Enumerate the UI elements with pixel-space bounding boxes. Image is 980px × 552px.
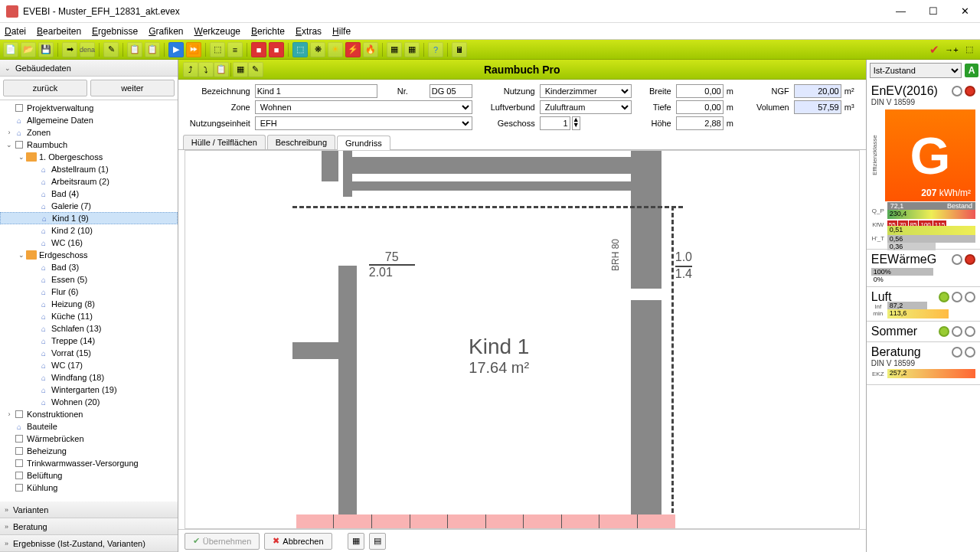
- calc-icon[interactable]: 🖩: [452, 42, 467, 57]
- doc2-icon[interactable]: 📋: [145, 42, 160, 57]
- grid1-icon[interactable]: ▦: [387, 42, 402, 57]
- nr-input[interactable]: [430, 84, 472, 98]
- maximize-button[interactable]: ☐: [924, 5, 942, 17]
- close-button[interactable]: ✕: [956, 5, 974, 17]
- play-icon[interactable]: ▶: [168, 42, 184, 57]
- export-icon[interactable]: ➡: [62, 42, 77, 57]
- tree-item[interactable]: ⌂Heizung (8): [0, 298, 178, 310]
- tree-item[interactable]: ⌂Wintergarten (19): [0, 384, 178, 396]
- cyan-icon[interactable]: ⬚: [292, 42, 308, 57]
- grid2-icon[interactable]: ▦: [404, 42, 420, 57]
- tree-item[interactable]: ⌂Vorrat (15): [0, 347, 178, 359]
- new-icon[interactable]: 📄: [3, 42, 18, 57]
- doc1-icon[interactable]: 📋: [127, 42, 142, 57]
- sidebar-header[interactable]: ⌄Gebäudedaten: [0, 60, 178, 77]
- bolt-icon[interactable]: ⚡: [345, 42, 361, 57]
- tree-item[interactable]: ›Konstruktionen: [0, 408, 178, 420]
- tree-item[interactable]: ›⌂Zonen: [0, 126, 178, 139]
- fan-icon[interactable]: ❋: [310, 42, 325, 57]
- view1-icon[interactable]: ▦: [348, 533, 364, 550]
- wand-icon[interactable]: ✎: [103, 42, 119, 57]
- nutzungseinheit-select[interactable]: EFH: [255, 116, 472, 130]
- sun-icon[interactable]: ☀: [328, 42, 343, 57]
- minimize-button[interactable]: —: [891, 5, 910, 17]
- tree-item[interactable]: ⌂WC (17): [0, 359, 178, 371]
- tree-item[interactable]: ⌂Arbeitsraum (2): [0, 175, 178, 188]
- sidebar-varianten[interactable]: »Varianten: [0, 501, 178, 518]
- menu-datei[interactable]: Datei: [5, 26, 26, 37]
- menu-ergebnisse[interactable]: Ergebnisse: [92, 26, 138, 37]
- menu-berichte[interactable]: Berichte: [251, 26, 285, 37]
- tree-item[interactable]: Trinkwarmwasser-Versorgung: [0, 457, 178, 469]
- tree-item[interactable]: ⌂WC (16): [0, 237, 178, 249]
- red2-icon[interactable]: ■: [269, 42, 284, 57]
- tree-item[interactable]: ⌂Küche (11): [0, 310, 178, 322]
- breite-input[interactable]: [676, 84, 724, 98]
- tree-item[interactable]: ⌂Flur (6): [0, 286, 178, 298]
- nav-forward-button[interactable]: weiter: [90, 80, 175, 96]
- tree-item[interactable]: Belüftung: [0, 469, 178, 482]
- dena-icon[interactable]: dena: [80, 42, 95, 57]
- menu-extras[interactable]: Extras: [296, 26, 322, 37]
- tree-item[interactable]: ⌄1. Obergeschoss: [0, 151, 178, 163]
- nav-back-button[interactable]: zurück: [3, 80, 87, 96]
- ctr-tool1-icon[interactable]: ⤴: [183, 62, 198, 77]
- ctr-pencil-icon[interactable]: ✎: [248, 62, 263, 77]
- fire-icon[interactable]: 🔥: [363, 42, 378, 57]
- zone-select[interactable]: Wohnen: [255, 100, 472, 114]
- abbrechen-button[interactable]: ✖Abbrechen: [264, 533, 332, 550]
- floorplan-canvas[interactable]: 75 2.01 BRH 80 1.0 1.4 Kind 1 17.64 m²: [185, 150, 860, 529]
- view2-icon[interactable]: ▤: [369, 533, 386, 550]
- menu-bearbeiten[interactable]: Bearbeiten: [37, 26, 81, 37]
- uebernehmen-button[interactable]: ✔Übernehmen: [185, 533, 260, 550]
- tree-item[interactable]: ⌂Allgemeine Daten: [0, 114, 178, 126]
- check-icon[interactable]: ✔: [926, 42, 942, 57]
- tree-item[interactable]: ⌂Abstellraum (1): [0, 163, 178, 175]
- zustand-select[interactable]: Ist-Zustand: [870, 63, 962, 78]
- nutzung-select[interactable]: Kinderzimmer: [540, 84, 632, 98]
- geschoss-input[interactable]: [540, 116, 570, 130]
- tree-item[interactable]: ⌂Windfang (18): [0, 371, 178, 384]
- tree-item[interactable]: ⌂Kind 2 (10): [0, 224, 178, 237]
- tree-item[interactable]: ⌂Galerie (7): [0, 200, 178, 212]
- sidebar-ergebnisse[interactable]: »Ergebnisse (Ist-Zustand, Varianten): [0, 535, 178, 552]
- a-badge[interactable]: A: [965, 64, 978, 77]
- sidebar-beratung[interactable]: »Beratung: [0, 518, 178, 535]
- bezeichnung-input[interactable]: [255, 84, 377, 98]
- tree-item[interactable]: Wärmebrücken: [0, 433, 178, 445]
- tiefe-input[interactable]: [676, 100, 724, 114]
- tree-view[interactable]: Projektverwaltung⌂Allgemeine Daten›⌂Zone…: [0, 100, 178, 501]
- tree-item[interactable]: Kühlung: [0, 482, 178, 494]
- tab-beschreibung[interactable]: Beschreibung: [267, 135, 335, 149]
- tool-a-icon[interactable]: ⬚: [210, 42, 225, 57]
- tree-item[interactable]: ⌂Treppe (14): [0, 335, 178, 347]
- save-icon[interactable]: 💾: [38, 42, 54, 57]
- tree-item[interactable]: ⌂Schlafen (13): [0, 322, 178, 335]
- volumen-input[interactable]: [794, 100, 841, 114]
- tool-b-icon[interactable]: ≡: [227, 42, 243, 57]
- red1-icon[interactable]: ■: [251, 42, 266, 57]
- open-icon[interactable]: 📂: [21, 42, 36, 57]
- tree-item[interactable]: ⌂Wohnen (20): [0, 396, 178, 408]
- ctr-tool2-icon[interactable]: ⤵: [198, 62, 214, 77]
- tree-item[interactable]: ⌂Bauteile: [0, 420, 178, 433]
- menu-grafiken[interactable]: Grafiken: [149, 26, 183, 37]
- tree-item[interactable]: ⌂Bad (3): [0, 261, 178, 273]
- menu-werkzeuge[interactable]: Werkzeuge: [194, 26, 240, 37]
- ctr-copy-icon[interactable]: 📋: [214, 62, 229, 77]
- tree-item[interactable]: ⌂Kind 1 (9): [0, 212, 178, 224]
- menu-hilfe[interactable]: Hilfe: [332, 26, 351, 37]
- ngf-input[interactable]: [794, 84, 841, 98]
- tab-huelle[interactable]: Hülle / Teilflächen: [183, 135, 266, 149]
- help-icon[interactable]: ?: [428, 42, 443, 57]
- tree-item[interactable]: ⌄Erdgeschoss: [0, 249, 178, 261]
- tree-item[interactable]: Projektverwaltung: [0, 102, 178, 114]
- tab-grundriss[interactable]: Grundriss: [337, 136, 390, 150]
- tree-item[interactable]: ⌂Bad (4): [0, 188, 178, 200]
- hoehe-input[interactable]: [676, 116, 724, 130]
- layout-icon[interactable]: ⬚: [962, 42, 977, 57]
- geschoss-stepper[interactable]: ▲▼: [572, 116, 580, 130]
- add-icon[interactable]: →+: [944, 42, 959, 57]
- fast-icon[interactable]: ⏩: [186, 42, 201, 57]
- luftverbund-select[interactable]: Zuluftraum: [540, 100, 632, 114]
